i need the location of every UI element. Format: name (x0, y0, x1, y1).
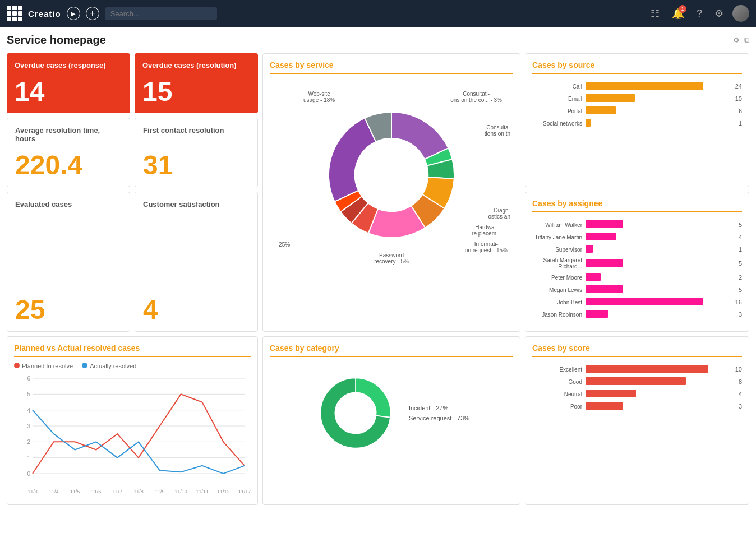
donut-label-info: Informati-on request - 15% (465, 241, 508, 253)
bar-value: 4 (739, 391, 742, 397)
search-input[interactable] (105, 7, 217, 20)
bar-row: Excellent10 (532, 365, 742, 374)
bar-track (586, 233, 736, 242)
bar-row: Good8 (532, 377, 742, 386)
svg-text:11/17: 11/17 (238, 489, 251, 494)
bar-label: Call (532, 84, 586, 90)
customer-satisfaction-card: Customer satisfaction 4 (135, 192, 258, 332)
avg-resolution-value: 220.4 (15, 152, 122, 179)
bar-fill (586, 245, 593, 253)
donut-label-website: Web-siteusage - 18% (303, 91, 335, 103)
avg-resolution-card: Average resolution time, hours 220.4 (7, 118, 130, 187)
help-icon[interactable]: ? (697, 8, 702, 20)
bar-fill (586, 285, 623, 293)
svg-text:2: 2 (27, 439, 30, 445)
bar-fill (586, 390, 636, 397)
bar-label: Tiffany Jane Martin (532, 234, 586, 240)
svg-text:11/5: 11/5 (70, 489, 80, 494)
svg-text:11/10: 11/10 (174, 489, 187, 494)
bar-label: Peter Moore (532, 275, 586, 281)
play-button[interactable]: ▶ (67, 7, 80, 20)
first-contact-value: 31 (143, 152, 250, 179)
bar-value: 16 (735, 299, 742, 305)
line-chart-container: 012345611/311/411/511/611/711/811/911/10… (14, 373, 251, 498)
svg-text:4: 4 (27, 407, 30, 414)
avg-resolution-label: Average resolution time, hours (15, 126, 122, 143)
legend-planned: Planned to resolve (22, 363, 73, 369)
bar-value: 4 (739, 234, 742, 240)
bar-row: Social networks1 (532, 119, 742, 128)
cases-by-category-card: Cases by category Incident - 27% Service… (262, 336, 520, 505)
svg-text:6: 6 (27, 376, 30, 382)
bell-icon[interactable]: 🔔 1 (672, 7, 684, 20)
expand-icon[interactable]: ⧉ (744, 36, 749, 45)
planned-vs-actual-title: Planned vs Actual resolved cases (14, 344, 251, 357)
dashboard: Overdue cases (response) 14 Overdue case… (7, 53, 749, 505)
bar-track (586, 82, 733, 91)
bar-fill (586, 273, 601, 281)
page-title: Service homepage (7, 34, 106, 47)
donut-label-password: Passwordrecovery - 5% (374, 252, 409, 265)
bar-value: 6 (739, 108, 742, 114)
cases-by-assignee-bars: William Walker5Tiffany Jane Martin4Super… (532, 218, 742, 325)
bar-value: 5 (739, 221, 742, 228)
bar-track (586, 259, 736, 268)
bar-fill (586, 106, 616, 114)
cases-by-category-donut (314, 371, 398, 455)
bar-fill (586, 259, 623, 267)
topnav: Creatio ▶ + ☷ 🔔 1 ? ⚙ (0, 0, 756, 27)
cases-by-source-bars: Call24Email10Portal6Social networks1 (532, 80, 742, 133)
evaluated-cases-value: 25 (15, 296, 122, 323)
bar-value: 1 (739, 120, 742, 127)
avatar[interactable] (732, 5, 749, 22)
first-contact-label: First contact resolution (143, 126, 250, 135)
cases-by-source-card: Cases by source Call24Email10Portal6Soci… (525, 53, 749, 187)
add-button[interactable]: + (86, 7, 99, 20)
svg-text:11/4: 11/4 (49, 489, 59, 494)
donut-label-hardware: Hardwa-re placem (472, 224, 496, 237)
cases-by-service-donut (313, 96, 470, 253)
svg-text:11/11: 11/11 (196, 489, 209, 494)
svg-text:11/9: 11/9 (155, 489, 165, 494)
first-contact-card: First contact resolution 31 (135, 118, 258, 187)
bar-value: 3 (739, 311, 742, 318)
bar-value: 5 (739, 260, 742, 267)
bar-track (586, 310, 736, 319)
bar-row: Poor3 (532, 402, 742, 411)
settings-icon[interactable]: ⚙ (714, 7, 723, 20)
bar-track (586, 220, 736, 229)
bar-row: Neutral4 (532, 390, 742, 398)
svg-text:11/8: 11/8 (133, 489, 144, 494)
bar-fill (586, 377, 686, 385)
app-grid-icon[interactable] (7, 6, 22, 21)
bar-track (586, 94, 733, 103)
customer-satisfaction-value: 4 (143, 296, 250, 323)
cases-by-service-card: Cases by service Web-siteusage - 18% Con… (262, 53, 520, 332)
category-labels: Incident - 27% Service request - 73% (409, 405, 469, 421)
bar-value: 2 (739, 274, 742, 281)
planned-vs-actual-card: Planned vs Actual resolved cases Planned… (7, 336, 258, 505)
bar-label: Poor (532, 404, 586, 410)
grid-view-icon[interactable]: ☷ (651, 7, 660, 20)
overdue-resolution-label: Overdue cases (resolution) (142, 61, 250, 69)
bar-value: 1 (739, 246, 742, 253)
main-area: Service homepage ⚙ ⧉ Overdue cases (resp… (0, 27, 756, 533)
page-header: Service homepage ⚙ ⧉ (7, 34, 749, 47)
settings-page-icon[interactable]: ⚙ (733, 36, 740, 45)
bar-label: Sarah Margaret Richard... (532, 257, 586, 270)
svg-text:1: 1 (27, 455, 30, 461)
bar-value: 10 (735, 95, 742, 102)
bar-label: Jason Robinson (532, 312, 586, 318)
bar-row: John Best16 (532, 298, 742, 307)
svg-text:0: 0 (27, 471, 30, 477)
bar-label: Portal (532, 108, 586, 114)
logo: Creatio (28, 9, 61, 18)
bar-row: Portal6 (532, 106, 742, 115)
cases-by-score-title: Cases by score (532, 344, 742, 357)
cases-by-score-bars: Excellent10Good8Neutral4Poor3 (532, 363, 742, 416)
bar-track (586, 119, 736, 128)
bar-value: 8 (739, 378, 742, 385)
legend-actual: Actually resolved (90, 363, 136, 369)
bar-row: Sarah Margaret Richard...5 (532, 257, 742, 270)
overdue-response-value: 14 (15, 78, 122, 105)
